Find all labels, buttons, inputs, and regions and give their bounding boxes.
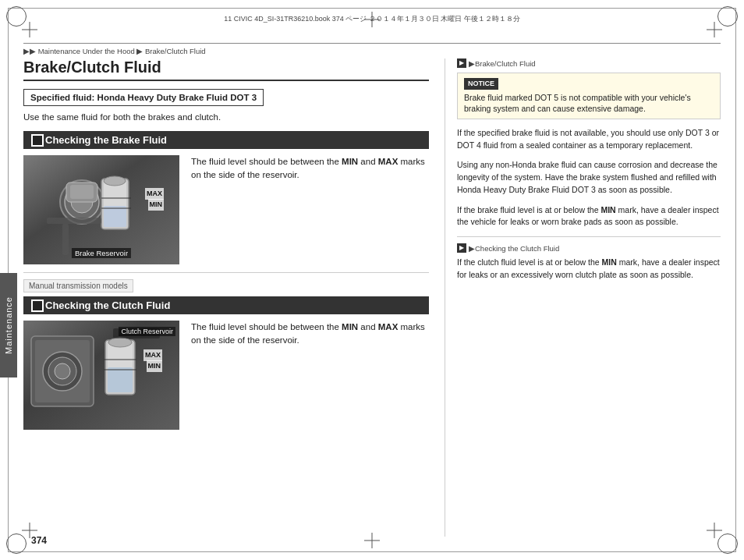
clutch-reservoir-image: MAX MIN Clutch Reservoir (23, 321, 179, 430)
right-divider (457, 236, 721, 237)
clutch-breadcrumb-text: ▶Checking the Clutch Fluid (469, 244, 559, 253)
page-title: Brake/Clutch Fluid (23, 58, 429, 81)
clutch-reservoir-label: Clutch Reservoir (119, 327, 175, 336)
brake-max-label: MAX (145, 188, 164, 200)
brake-reservoir-label: Brake Reservoir (72, 248, 131, 258)
clutch-rb-icon: ▶ (457, 243, 466, 253)
brake-min-label: MIN (148, 199, 165, 211)
svg-rect-12 (47, 218, 101, 224)
section-divider (23, 272, 429, 273)
breadcrumb-arrows: ▶▶ (23, 47, 36, 55)
specified-fluid-box: Specified fluid: Honda Heavy Duty Brake … (23, 89, 264, 106)
notice-text: Brake fluid marked DOT 5 is not compatib… (464, 92, 714, 115)
breadcrumb-item1: Maintenance Under the Hood (38, 47, 135, 55)
breadcrumb-item2: Brake/Clutch Fluid (145, 47, 206, 55)
brake-content-section: MAX MIN Brake Reservoir The fluid level … (23, 155, 429, 264)
notice-box: NOTICE Brake fluid marked DOT 5 is not c… (457, 73, 721, 119)
right-para-2: Using any non-Honda brake fluid can caus… (457, 159, 721, 196)
clutch-max-label: MAX (143, 349, 162, 361)
clutch-content-section: MAX MIN Clutch Reservoir The fluid level… (23, 321, 429, 430)
notice-title: NOTICE (464, 78, 498, 90)
crosshair-tl (22, 22, 37, 37)
right-breadcrumb: ▶ ▶Brake/Clutch Fluid (457, 58, 721, 68)
right-para-1: If the specified brake fluid is not avai… (457, 127, 721, 152)
main-content: Brake/Clutch Fluid Specified fluid: Hond… (23, 58, 721, 537)
manual-transmission-note: Manual transmission models (23, 279, 133, 292)
right-para-4: If the clutch fluid level is at or below… (457, 257, 721, 282)
svg-rect-5 (70, 185, 94, 199)
brake-section-header: Checking the Brake Fluid (23, 131, 429, 149)
brake-description: The fluid level should be between the MI… (191, 155, 429, 264)
svg-point-11 (104, 176, 126, 186)
svg-rect-8 (104, 206, 126, 227)
svg-rect-22 (108, 367, 133, 392)
svg-point-25 (108, 338, 132, 347)
page-number: 374 (31, 535, 47, 546)
print-header: 11 CIVIC 4D_SI-31TR36210.book 374 ページ ２０… (39, 14, 705, 24)
svg-rect-13 (62, 224, 69, 255)
breadcrumb: ▶▶ Maintenance Under the Hood ▶ Brake/Cl… (23, 47, 206, 55)
right-breadcrumb-text: ▶Brake/Clutch Fluid (469, 59, 536, 68)
clutch-breadcrumb: ▶ ▶Checking the Clutch Fluid (457, 243, 721, 253)
right-column: ▶ ▶Brake/Clutch Fluid NOTICE Brake fluid… (445, 58, 721, 537)
left-column: Brake/Clutch Fluid Specified fluid: Hond… (23, 58, 445, 537)
right-para-3: If the brake fluid level is at or below … (457, 204, 721, 229)
maintenance-sidebar-tab: Maintenance (0, 273, 17, 377)
clutch-min-label: MIN (147, 360, 163, 372)
clutch-svg-bg (23, 321, 179, 430)
clutch-description: The fluid level should be between the MI… (191, 321, 429, 430)
svg-point-19 (55, 363, 70, 379)
brake-reservoir-image: MAX MIN Brake Reservoir (23, 155, 179, 264)
clutch-section-header: Checking the Clutch Fluid (23, 296, 429, 314)
crosshair-tr (707, 22, 722, 37)
rb-icon: ▶ (457, 58, 466, 68)
top-rule (23, 43, 721, 44)
same-fluid-text: Use the same fluid for both the brakes a… (23, 112, 429, 122)
breadcrumb-sep: ▶ (136, 47, 143, 55)
